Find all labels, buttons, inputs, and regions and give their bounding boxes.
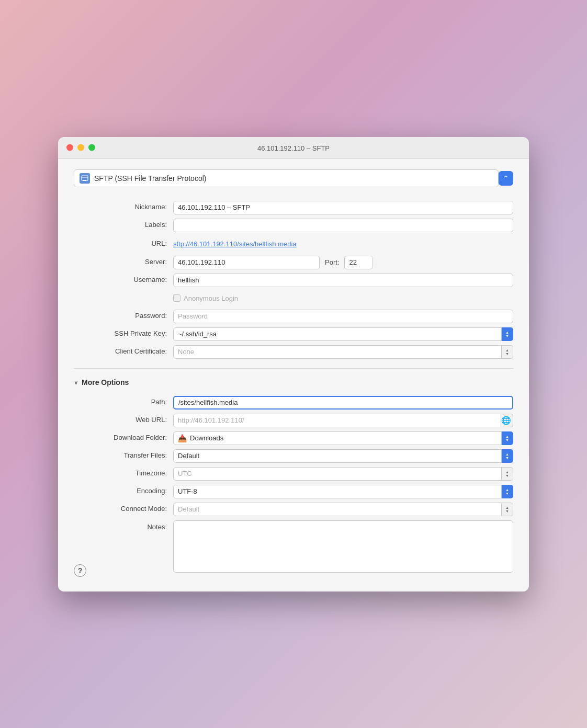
web-url-label: Web URL: xyxy=(74,412,173,429)
more-options-label: More Options xyxy=(82,378,129,386)
client-cert-field[interactable]: None xyxy=(173,345,502,359)
anonymous-label: Anonymous Login xyxy=(184,294,238,302)
download-folder-field[interactable]: 📥 Downloads xyxy=(173,431,502,445)
client-cert-label: Client Certificate: xyxy=(74,343,173,361)
port-input[interactable] xyxy=(344,256,373,269)
arrow-down-icon: ▼ xyxy=(505,474,509,477)
transfer-files-stepper[interactable]: ▲ ▼ xyxy=(502,449,513,463)
timezone-placeholder: UTC xyxy=(178,470,192,477)
ssh-key-field[interactable]: ~/.ssh/id_rsa xyxy=(173,327,502,341)
nickname-input[interactable] xyxy=(173,201,513,214)
window-title: 46.101.192.110 – SFTP xyxy=(257,144,330,152)
connect-mode-field[interactable]: Default xyxy=(173,503,502,516)
arrow-up-icon: ▲ xyxy=(505,506,509,509)
password-label: Password: xyxy=(74,308,173,325)
timezone-stepper[interactable]: ▲ ▼ xyxy=(502,467,513,481)
protocol-select[interactable]: SFTP (SSH File Transfer Protocol) xyxy=(74,169,499,187)
traffic-lights xyxy=(66,144,95,151)
timezone-field[interactable]: UTC xyxy=(173,467,502,481)
server-input[interactable] xyxy=(173,256,320,269)
encoding-control: UTF-8 ▲ ▼ xyxy=(173,483,513,500)
folder-icon: 📥 xyxy=(178,434,187,442)
anonymous-checkbox[interactable] xyxy=(173,294,180,302)
arrow-down-icon: ▼ xyxy=(505,334,509,338)
server-control: Port: xyxy=(173,254,513,271)
maximize-button[interactable] xyxy=(88,144,95,151)
labels-label: Labels: xyxy=(74,217,173,234)
connect-mode-placeholder: Default xyxy=(178,505,199,513)
arrow-up-icon: ▲ xyxy=(505,488,509,492)
ssh-key-control: ~/.ssh/id_rsa ▲ ▼ xyxy=(173,325,513,343)
anonymous-spacer xyxy=(74,289,173,308)
more-options-toggle[interactable]: ∨ More Options xyxy=(74,376,513,394)
arrow-down-icon: ▼ xyxy=(505,509,509,513)
main-window: 46.101.192.110 – SFTP SFTP (SSH File Tra… xyxy=(58,137,529,592)
notes-textarea[interactable] xyxy=(173,520,513,573)
connect-mode-wrap: Default ▲ ▼ xyxy=(173,503,513,516)
anonymous-control: Anonymous Login xyxy=(173,289,513,308)
arrow-down-icon: ▼ xyxy=(505,456,509,460)
labels-control xyxy=(173,217,513,234)
nickname-control xyxy=(173,199,513,217)
arrow-down-icon: ▼ xyxy=(505,352,509,356)
username-input[interactable] xyxy=(173,274,513,287)
arrow-up-icon: ▲ xyxy=(505,470,509,474)
more-options-form: Path: Web URL: 🌐 Download Folder: xyxy=(74,394,513,575)
divider-1 xyxy=(74,368,513,369)
encoding-label: Encoding: xyxy=(74,483,173,500)
arrow-down-icon: ▼ xyxy=(505,438,509,442)
download-folder-label: Download Folder: xyxy=(74,429,173,447)
help-button[interactable]: ? xyxy=(74,564,86,577)
transfer-files-field[interactable]: Default xyxy=(173,449,502,463)
timezone-label: Timezone: xyxy=(74,465,173,483)
anonymous-row: Anonymous Login xyxy=(173,291,238,305)
port-label: Port: xyxy=(325,258,339,266)
globe-icon: 🌐 xyxy=(501,416,511,425)
connect-mode-stepper[interactable]: ▲ ▼ xyxy=(502,503,513,516)
minimize-button[interactable] xyxy=(77,144,84,151)
globe-button[interactable]: 🌐 xyxy=(500,414,513,427)
svg-rect-0 xyxy=(82,176,88,180)
labels-input[interactable] xyxy=(173,219,513,232)
notes-control xyxy=(173,518,513,575)
transfer-files-value: Default xyxy=(178,452,199,460)
client-cert-control: None ▲ ▼ xyxy=(173,343,513,361)
download-folder-stepper[interactable]: ▲ ▼ xyxy=(502,431,513,445)
transfer-files-control: Default ▲ ▼ xyxy=(173,447,513,465)
content-area: SFTP (SSH File Transfer Protocol) ⌃ Nick… xyxy=(58,159,529,592)
ssh-key-stepper[interactable]: ▲ ▼ xyxy=(502,327,513,341)
url-link[interactable]: sftp://46.101.192.110/sites/hellfish.med… xyxy=(173,236,297,252)
url-control: sftp://46.101.192.110/sites/hellfish.med… xyxy=(173,234,513,254)
path-input[interactable] xyxy=(173,396,513,410)
username-label: Username: xyxy=(74,271,173,289)
encoding-wrap: UTF-8 ▲ ▼ xyxy=(173,485,513,498)
connect-mode-label: Connect Mode: xyxy=(74,500,173,518)
main-form: Nickname: Labels: URL: sftp://46.101.192… xyxy=(74,199,513,361)
arrow-up-icon: ▲ xyxy=(505,348,509,352)
ssh-key-select-wrap: ~/.ssh/id_rsa ▲ ▼ xyxy=(173,327,513,341)
server-label: Server: xyxy=(74,254,173,271)
password-input[interactable] xyxy=(173,310,513,323)
web-url-control: 🌐 xyxy=(173,412,513,429)
download-folder-wrap: 📥 Downloads ▲ ▼ xyxy=(173,431,513,445)
web-url-input[interactable] xyxy=(173,414,500,427)
encoding-field[interactable]: UTF-8 xyxy=(173,485,502,498)
nickname-label: Nickname: xyxy=(74,199,173,217)
arrow-up-icon: ▲ xyxy=(505,331,509,334)
protocol-label: SFTP (SSH File Transfer Protocol) xyxy=(94,174,493,183)
connect-mode-control: Default ▲ ▼ xyxy=(173,500,513,518)
ssh-key-label: SSH Private Key: xyxy=(74,325,173,343)
encoding-stepper[interactable]: ▲ ▼ xyxy=(502,485,513,498)
protocol-stepper[interactable]: ⌃ xyxy=(499,171,513,186)
username-control xyxy=(173,271,513,289)
download-folder-value: Downloads xyxy=(190,434,223,442)
close-button[interactable] xyxy=(66,144,73,151)
arrow-up-icon: ▲ xyxy=(505,452,509,456)
svg-rect-2 xyxy=(83,180,86,181)
timezone-control: UTC ▲ ▼ xyxy=(173,465,513,483)
web-url-wrap: 🌐 xyxy=(173,414,513,427)
notes-label: Notes: xyxy=(74,518,173,575)
client-cert-stepper[interactable]: ▲ ▼ xyxy=(502,345,513,359)
titlebar: 46.101.192.110 – SFTP xyxy=(58,137,529,159)
transfer-files-wrap: Default ▲ ▼ xyxy=(173,449,513,463)
